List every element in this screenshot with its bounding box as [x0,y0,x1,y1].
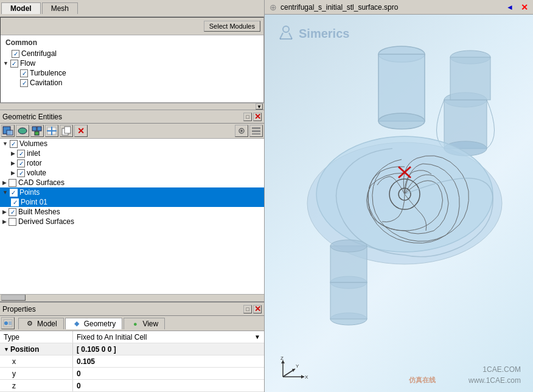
inlet-label: inlet [27,149,262,158]
axis-indicator: X Z Y [277,355,307,380]
geo-panel-title: Geometric Entities [2,113,62,121]
type-value-text: Fixed to An Initial Cell [77,333,254,341]
props-panel-close[interactable]: ✕ [253,305,262,313]
built-meshes-checkbox[interactable] [9,208,16,216]
geo-panel-close[interactable]: ✕ [253,113,262,121]
add-group-btn[interactable] [30,125,44,137]
built-meshes-label: Built Meshes [18,208,262,216]
tab-model[interactable]: Model [1,2,41,14]
settings-btn[interactable] [249,125,263,137]
geo-tree: ▼ Volumes ▶ inlet ▶ rotor [0,139,264,294]
type-dropdown-arrow[interactable]: ▼ [254,334,260,340]
geo-item-cad-surfaces[interactable]: ▶ CAD Surfaces [0,178,264,187]
model-tree-common: Common [2,37,262,49]
properties-panel: Properties □ ✕ ⚙ Model ◆ Geo [0,301,264,392]
rotor-checkbox[interactable] [17,159,25,167]
select-modules-button[interactable]: Select Modules [204,21,260,32]
volute-checkbox[interactable] [17,169,25,177]
z-label: z [0,380,73,391]
svg-marker-45 [301,375,304,379]
props-panel-title: Properties [2,305,36,313]
geo-item-rotor[interactable]: ▶ rotor [0,158,264,168]
turbulence-checkbox[interactable] [20,69,28,77]
svg-point-31 [378,113,425,129]
geo-panel-header: Geometric Entities □ ✕ [0,110,264,124]
props-back-btn[interactable] [1,317,15,329]
cad-surfaces-arrow[interactable]: ▶ [2,180,7,186]
svg-rect-5 [35,131,39,135]
model-tree-flow[interactable]: ▼ Flow [2,58,262,68]
add-volume-btn[interactable] [1,125,15,137]
volumes-checkbox[interactable] [10,140,18,148]
add-surface-btn[interactable] [16,125,29,137]
props-row-y: y 0 [0,368,264,380]
point01-checkbox[interactable] [11,198,19,206]
svg-rect-1 [7,130,13,135]
svg-rect-10 [64,127,71,133]
props-tab-view-label: View [142,320,158,328]
viewport-arrow-left[interactable]: ◄ [506,3,514,12]
props-tabs: ⚙ Model ◆ Geometry ● View [0,316,264,331]
model-tab-icon: ⚙ [25,320,35,328]
visibility-btn[interactable] [235,125,248,137]
props-panel-restore[interactable]: □ [243,305,252,313]
watermark-chinese: 仿真在线 [409,376,436,385]
x-value[interactable]: 0.105 [73,355,264,367]
geo-item-volumes[interactable]: ▼ Volumes [0,139,264,149]
tab-mesh[interactable]: Mesh [42,2,78,14]
props-tab-geometry[interactable]: ◆ Geometry [65,318,123,329]
inlet-arrow[interactable]: ▶ [11,150,15,156]
cavitation-checkbox[interactable] [20,79,28,87]
z-value[interactable]: 0 [73,380,264,391]
derived-surfaces-label: Derived Surfaces [18,217,262,226]
type-value[interactable]: Fixed to An Initial Cell ▼ [73,331,264,343]
geo-item-derived-surfaces[interactable]: ▶ Derived Surfaces [0,217,264,226]
viewport-close-btn[interactable]: ✕ [521,2,528,12]
view-tab-icon: ● [130,320,140,328]
geo-panel-restore[interactable]: □ [243,113,252,121]
model-tree-turbulence[interactable]: Turbulence [2,68,262,78]
flow-arrow[interactable]: ▼ [3,60,9,66]
rotor-arrow[interactable]: ▶ [11,160,15,166]
inlet-checkbox[interactable] [17,150,25,158]
delete-btn[interactable]: ✕ [74,125,88,137]
geo-item-volute[interactable]: ▶ volute [0,168,264,178]
geo-item-inlet[interactable]: ▶ inlet [0,149,264,158]
geo-item-point01[interactable]: Point 01 [0,197,264,207]
copy-btn[interactable] [60,125,73,137]
common-label: Common [3,37,40,48]
volumes-arrow[interactable]: ▼ [2,141,8,147]
model-tree-cavitation[interactable]: Cavitation [2,78,262,88]
geo-item-built-meshes[interactable]: ▶ Built Meshes [0,207,264,217]
volute-arrow[interactable]: ▶ [11,170,15,176]
props-row-z: z 0 [0,380,264,392]
points-arrow[interactable]: ▼ [2,189,8,195]
derived-surfaces-arrow[interactable]: ▶ [2,219,7,225]
props-tab-view[interactable]: ● View [124,318,165,329]
model-scroll-down[interactable]: ▼ [256,103,263,110]
add-point-btn[interactable] [45,125,58,137]
y-value[interactable]: 0 [73,368,264,379]
centrifugal-checkbox[interactable] [12,50,19,58]
flow-checkbox[interactable] [10,60,18,68]
svg-text:Y: Y [296,363,299,369]
model-tree-centrifugal[interactable]: Centrifugal [2,49,262,58]
cad-surfaces-checkbox[interactable] [9,179,16,187]
points-checkbox[interactable] [10,189,18,197]
props-table: Type Fixed to An Initial Cell ▼ ▼ Positi… [0,331,264,392]
svg-rect-3 [32,127,37,131]
geo-item-points[interactable]: ▼ Points [0,187,264,197]
cad-surfaces-label: CAD Surfaces [18,178,262,187]
volute-label: volute [27,169,262,177]
flow-label: Flow [20,59,35,68]
props-row-type: Type Fixed to An Initial Cell ▼ [0,331,264,343]
geometry-tab-icon: ◆ [72,320,82,328]
geo-scrollbar[interactable] [0,294,264,301]
model-panel: Select Modules Common Centrifugal ▼ Flow [0,17,264,103]
x-label: x [0,355,73,367]
tab-bar: Model Mesh [0,0,264,17]
viewport-3d[interactable]: Simerics [265,15,533,392]
built-meshes-arrow[interactable]: ▶ [2,209,7,215]
derived-surfaces-checkbox[interactable] [9,218,16,226]
props-tab-model[interactable]: ⚙ Model [18,318,64,329]
